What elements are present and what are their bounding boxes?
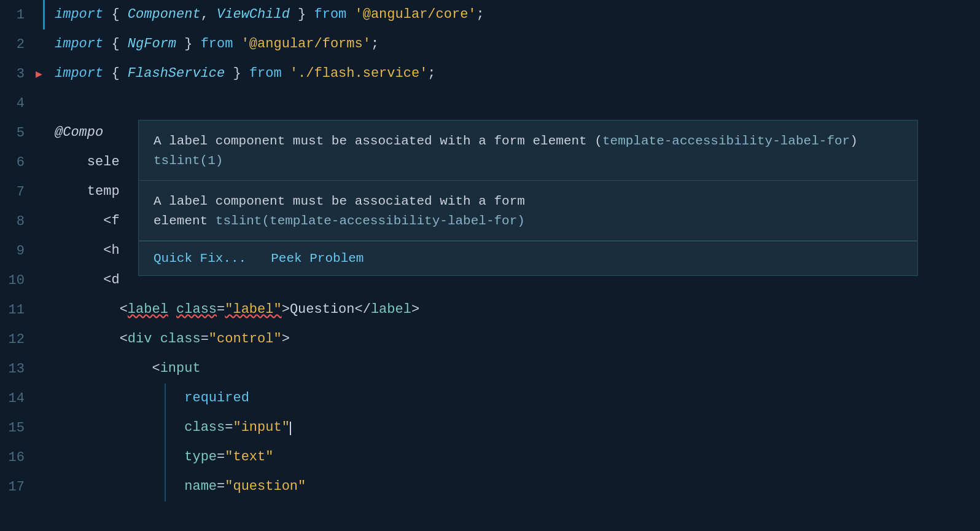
- code-line-2: 2import { NgForm } from '@angular/forms'…: [0, 30, 980, 59]
- line-border-3: [43, 59, 45, 88]
- code-content-10: <d: [49, 266, 120, 295]
- text-cursor: [290, 422, 291, 435]
- tooltip-code-1: template-accessibility-label-for: [602, 134, 850, 148]
- line-number-14: 14: [0, 391, 37, 406]
- line-number-17: 17: [0, 479, 37, 495]
- token-3-4: from: [249, 66, 282, 81]
- code-line-15: 15 class="input": [0, 413, 980, 442]
- token-10-0: <d: [55, 272, 120, 288]
- code-line-16: 16 type="text": [0, 442, 980, 472]
- token-2-6: '@angular/forms': [241, 36, 371, 52]
- token-1-7: [346, 7, 354, 22]
- token-1-3: ,: [201, 7, 217, 22]
- token-6-0: sele: [55, 154, 120, 170]
- token-17-2: =: [217, 479, 225, 494]
- token-12-3: [152, 331, 160, 347]
- line-border-15: [43, 413, 45, 442]
- line-border-5: [43, 118, 45, 148]
- token-11-8: Question: [290, 302, 355, 317]
- indent-bar-14: [165, 384, 166, 413]
- line-border-14: [43, 384, 45, 413]
- token-2-1: {: [103, 36, 128, 52]
- token-2-5: [233, 36, 241, 52]
- token-2-4: from: [201, 36, 233, 52]
- line-number-10: 10: [0, 273, 37, 288]
- token-1-4: ViewChild: [217, 7, 290, 22]
- token-13-0: [55, 361, 152, 376]
- token-2-3: }: [176, 36, 201, 52]
- code-content-16: type="text": [49, 442, 273, 472]
- token-3-5: [282, 66, 290, 81]
- token-11-3: [168, 302, 176, 317]
- token-2-0: import: [55, 36, 103, 52]
- token-11-11: >: [411, 302, 419, 317]
- token-15-2: =: [225, 420, 233, 435]
- line-number-15: 15: [0, 420, 37, 436]
- code-content-3: import { FlashService } from './flash.se…: [49, 59, 436, 88]
- code-line-11: 11 <label class="label">Question</label>: [0, 295, 980, 324]
- token-16-3: "text": [225, 449, 273, 465]
- line-number-13: 13: [0, 361, 37, 377]
- token-1-1: {: [103, 7, 128, 22]
- line-number-1: 1: [0, 7, 37, 23]
- editor-container: 1import { Component, ViewChild } from '@…: [0, 0, 980, 531]
- line-number-3: 3: [0, 66, 37, 82]
- code-line-1: 1import { Component, ViewChild } from '@…: [0, 0, 980, 30]
- code-line-14: 14 required: [0, 384, 980, 413]
- token-3-3: }: [225, 66, 249, 81]
- tooltip-section-1: A label component must be associated wit…: [139, 120, 917, 181]
- tooltip-actions: Quick Fix... Peek Problem: [139, 241, 917, 275]
- token-12-0: [55, 331, 120, 347]
- line-number-9: 9: [0, 243, 37, 259]
- line-number-16: 16: [0, 450, 37, 465]
- token-11-7: >: [282, 302, 290, 317]
- code-content-17: name="question": [49, 472, 306, 502]
- tooltip-message-1: A label component must be associated wit…: [154, 132, 903, 170]
- line-number-2: 2: [0, 37, 37, 52]
- tooltip-tslint-1: tslint(1): [154, 154, 223, 168]
- tooltip-message-2: A label component must be associated wit…: [154, 192, 903, 230]
- token-11-5: =: [217, 302, 225, 317]
- indent-bar-15: [165, 413, 166, 442]
- token-11-10: label: [371, 302, 411, 317]
- line-border-13: [43, 354, 45, 384]
- line-number-11: 11: [0, 302, 37, 318]
- token-5-0: @Compo: [55, 125, 103, 140]
- line-border-17: [43, 472, 45, 502]
- token-12-4: class: [160, 331, 201, 347]
- code-line-17: 17 name="question": [0, 472, 980, 502]
- peek-problem-button[interactable]: Peek Problem: [271, 249, 364, 268]
- token-12-2: div: [128, 331, 152, 347]
- code-content-12: <div class="control">: [49, 324, 290, 354]
- line-border-6: [43, 148, 45, 177]
- token-3-2: FlashService: [128, 66, 225, 81]
- token-11-6: "label": [225, 302, 281, 317]
- line-number-7: 7: [0, 184, 37, 200]
- token-8-0: <f: [55, 213, 120, 229]
- line-border-7: [43, 177, 45, 206]
- line-border-11: [43, 295, 45, 324]
- token-2-7: ;: [371, 36, 379, 52]
- token-1-2: Component: [128, 7, 201, 22]
- token-3-1: {: [103, 66, 128, 81]
- code-content-6: sele: [49, 148, 120, 177]
- token-11-4: class: [176, 302, 217, 317]
- token-3-6: './flash.service': [290, 66, 427, 81]
- token-1-8: '@angular/core': [355, 7, 476, 22]
- code-line-12: 12 <div class="control">: [0, 324, 980, 354]
- indent-bar-16: [165, 442, 166, 472]
- quick-fix-button[interactable]: Quick Fix...: [154, 249, 246, 268]
- code-line-4: 4: [0, 88, 980, 118]
- line-border-12: [43, 324, 45, 354]
- line-border-10: [43, 266, 45, 295]
- line-border-16: [43, 442, 45, 472]
- token-12-7: >: [282, 331, 290, 347]
- token-12-1: <: [120, 331, 128, 347]
- token-14-0: required: [55, 390, 249, 406]
- line-border-9: [43, 236, 45, 266]
- token-11-9: </: [355, 302, 371, 317]
- token-1-5: }: [290, 7, 314, 22]
- indent-bar-17: [165, 472, 166, 502]
- line-number-12: 12: [0, 332, 37, 347]
- token-12-5: =: [201, 331, 209, 347]
